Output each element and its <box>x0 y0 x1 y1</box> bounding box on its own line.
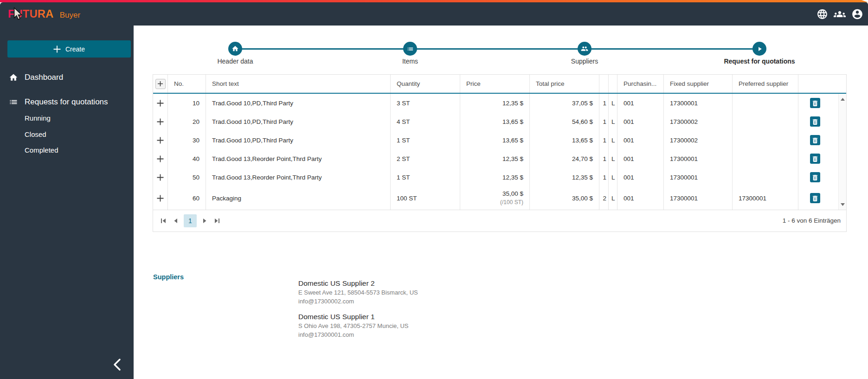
scroll-down-icon[interactable] <box>841 203 845 206</box>
stepper-line <box>235 48 759 50</box>
page-number-current[interactable]: 1 <box>184 214 197 227</box>
column-header-actions <box>798 75 846 93</box>
step-request-for-quotations[interactable]: Request for quotations <box>713 42 806 65</box>
delete-row-button[interactable] <box>810 172 820 182</box>
sidebar-item-requests-for-quotations[interactable]: Requests for quotations <box>0 93 134 111</box>
delete-row-button[interactable] <box>810 193 820 203</box>
expand-row-icon[interactable] <box>157 118 164 125</box>
cell-purchasing: 001 <box>617 149 664 168</box>
mouse-cursor <box>13 6 23 24</box>
table-row: 20 Trad.Good 10,PD,Third Party 4 ST 13,6… <box>153 112 846 131</box>
table-row: 60 Packaging 100 ST 35,00 $ (/100 ST) 35… <box>153 186 846 210</box>
sidebar: Create Dashboard Requests for quotations… <box>0 26 134 379</box>
suppliers-section-heading: Suppliers <box>153 273 184 281</box>
cell-preferred-supplier: 17300001 <box>733 186 798 210</box>
account-circle-icon[interactable] <box>851 8 863 20</box>
cell-price: 13,65 $ <box>460 112 530 131</box>
cell-no: 40 <box>168 149 206 168</box>
pagination-info: 1 - 6 von 6 Einträgen <box>783 217 841 224</box>
cell-no: 20 <box>168 112 206 131</box>
cell-no: 30 <box>168 131 206 149</box>
table-body: 10 Trad.Good 10,PD,Third Party 3 ST 12,3… <box>153 94 846 210</box>
table-vertical-scrollbar[interactable] <box>838 94 846 210</box>
cell-a: 1 <box>599 149 609 168</box>
groups-icon[interactable] <box>834 8 846 20</box>
next-page-button[interactable] <box>199 215 211 227</box>
cell-a: 2 <box>599 186 609 210</box>
logo-rest: TURA <box>23 8 54 19</box>
cell-short-text: Trad.Good 10,PD,Third Party <box>206 94 391 112</box>
first-page-button[interactable] <box>158 215 170 227</box>
last-page-button[interactable] <box>211 215 223 227</box>
expand-row-icon[interactable] <box>157 100 164 107</box>
delete-row-button[interactable] <box>810 135 820 145</box>
cell-b: L <box>609 112 617 131</box>
column-header-no[interactable]: No. <box>168 75 206 93</box>
play-icon <box>752 42 766 56</box>
expand-row-icon[interactable] <box>157 174 164 181</box>
sidebar-item-running[interactable]: Running <box>0 110 134 126</box>
people-icon <box>578 42 592 56</box>
top-gradient-ribbon <box>0 0 868 2</box>
cell-fixed-supplier: 17300001 <box>664 94 733 112</box>
cell-short-text: Trad.Good 13,Reorder Point,Thrd Party <box>206 168 391 186</box>
column-header-fixed-supplier[interactable]: Fixed supplier <box>664 75 733 93</box>
cell-fixed-supplier: 17300001 <box>664 149 733 168</box>
cell-purchasing: 001 <box>617 94 664 112</box>
delete-row-button[interactable] <box>810 116 820 127</box>
sidebar-item-completed[interactable]: Completed <box>0 142 134 158</box>
delete-row-button[interactable] <box>810 98 820 108</box>
create-button[interactable]: Create <box>7 40 131 58</box>
sidebar-collapse-button[interactable] <box>109 357 124 372</box>
supplier-address: E Sweet Ave 121, 58504-5573 Bismarck, US <box>298 288 418 297</box>
sidebar-item-dashboard[interactable]: Dashboard <box>0 68 134 87</box>
expand-all-button[interactable] <box>155 79 166 89</box>
cell-no: 60 <box>168 186 206 210</box>
delete-row-button[interactable] <box>810 154 820 164</box>
cell-short-text: Trad.Good 10,PD,Third Party <box>206 112 391 131</box>
column-header-quantity[interactable]: Quantity <box>391 75 460 93</box>
cell-total-price: 13,65 $ <box>530 131 599 149</box>
step-label: Header data <box>189 58 282 65</box>
cell-no: 50 <box>168 168 206 186</box>
step-suppliers[interactable]: Suppliers <box>538 42 631 65</box>
cell-fixed-supplier: 17300001 <box>664 168 733 186</box>
column-header-blank-a <box>599 75 609 93</box>
supplier-email: info@17300001.com <box>298 330 418 339</box>
scroll-up-icon[interactable] <box>841 98 845 101</box>
cell-quantity: 3 ST <box>391 94 460 112</box>
cell-total-price: 35,00 $ <box>530 186 599 210</box>
cell-quantity: 2 ST <box>391 149 460 168</box>
sidebar-item-closed[interactable]: Closed <box>0 126 134 142</box>
cell-no: 10 <box>168 94 206 112</box>
cell-quantity: 100 ST <box>391 186 460 210</box>
cell-total-price: 12,35 $ <box>530 168 599 186</box>
app-header: FUTURA Buyer <box>0 2 868 26</box>
create-button-label: Create <box>65 45 85 53</box>
language-globe-icon[interactable] <box>816 8 828 20</box>
expand-row-icon[interactable] <box>157 195 164 202</box>
supplier-name: Domestic US Supplier 2 <box>298 279 418 288</box>
column-header-purchasing[interactable]: Purchasin... <box>617 75 664 93</box>
column-header-short-text[interactable]: Short text <box>206 75 391 93</box>
expand-row-icon[interactable] <box>157 137 164 144</box>
cell-short-text: Trad.Good 13,Reorder Point,Thrd Party <box>206 149 391 168</box>
cell-price: 12,35 $ <box>460 168 530 186</box>
supplier-list: Domestic US Supplier 2 E Sweet Ave 121, … <box>298 279 418 346</box>
previous-page-button[interactable] <box>170 215 182 227</box>
cell-purchasing: 001 <box>617 131 664 149</box>
cell-purchasing: 001 <box>617 112 664 131</box>
step-items[interactable]: Items <box>364 42 457 65</box>
cell-total-price: 54,60 $ <box>530 112 599 131</box>
sidebar-item-label: Dashboard <box>25 73 63 82</box>
list-icon <box>403 42 417 56</box>
column-header-price[interactable]: Price <box>460 75 530 93</box>
cell-a: 1 <box>599 94 609 112</box>
table-row: 50 Trad.Good 13,Reorder Point,Thrd Party… <box>153 168 846 186</box>
column-header-total-price[interactable]: Total price <box>530 75 599 93</box>
expand-row-icon[interactable] <box>157 155 164 162</box>
step-label: Suppliers <box>538 58 631 65</box>
cell-quantity: 1 ST <box>391 131 460 149</box>
step-header-data[interactable]: Header data <box>189 42 282 65</box>
column-header-preferred-supplier[interactable]: Preferred supplier <box>733 75 798 93</box>
